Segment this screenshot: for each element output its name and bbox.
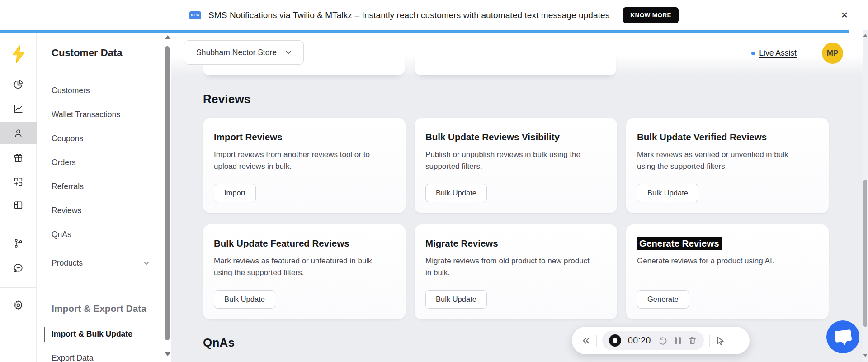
gear-icon[interactable] [0, 294, 37, 316]
announcement-text: SMS Notifications via Twilio & MTalkz – … [208, 10, 609, 20]
accent-line [0, 30, 849, 33]
card-description: Publish or unpublish reviews in bulk usi… [425, 149, 604, 172]
icon-rail [0, 33, 37, 362]
sidebar-item-customers[interactable]: Customers [37, 79, 164, 103]
close-icon[interactable]: ✕ [839, 10, 850, 21]
rail-divider [0, 226, 37, 226]
git-branch-icon[interactable] [0, 232, 37, 254]
scroll-down-arrow[interactable] [165, 352, 171, 356]
qnas-section-title: QnAs [203, 336, 235, 350]
sidebar-item-label: Reviews [52, 206, 81, 215]
pie-chart-icon[interactable] [0, 73, 37, 95]
import-button[interactable]: Import [214, 184, 256, 202]
know-more-button[interactable]: KNOW MORE [623, 7, 679, 23]
delete-recording-icon[interactable] [688, 336, 697, 345]
apps-icon[interactable] [0, 170, 37, 193]
chat-widget-button[interactable] [826, 320, 859, 353]
sidebar-item-import-bulk-update[interactable]: Import & Bulk Update [37, 322, 164, 346]
sidebar-item-label: Products [52, 258, 83, 268]
divider [37, 72, 164, 72]
cursor-tool-icon[interactable] [715, 336, 725, 346]
card-description: Mark reviews as featured or unfeatured i… [214, 255, 392, 279]
sidebar-scrollbar [164, 33, 171, 362]
store-selector-value: Shubham Nector Store [196, 48, 277, 57]
sidebar: Customer Data Customers Wallet Transacti… [37, 33, 164, 362]
sidebar-section-title: Customer Data [52, 47, 122, 59]
live-assist-link[interactable]: Live Assist [751, 48, 797, 58]
sidebar-item-qnas[interactable]: QnAs [37, 223, 164, 247]
sidebar-item-label: Import & Bulk Update [52, 329, 132, 339]
scroll-up-arrow[interactable] [165, 35, 171, 39]
sidebar-footer-title: Import & Export Data [52, 303, 146, 314]
new-badge-icon: NEW [189, 11, 201, 19]
bulk-update-button[interactable]: Bulk Update [425, 184, 487, 202]
main-content: Shubham Nector Store Live Assist MP Revi… [171, 33, 863, 362]
line-chart-icon[interactable] [0, 97, 37, 120]
user-avatar[interactable]: MP [822, 43, 843, 64]
bulk-update-button[interactable]: Bulk Update [637, 184, 698, 202]
card-migrate-reviews: Migrate Reviews Migrate reviews from old… [415, 224, 617, 319]
card-bulk-update-verified-reviews: Bulk Update Verified Reviews Mark review… [626, 118, 829, 213]
generate-button[interactable]: Generate [637, 290, 689, 309]
announcement-banner: NEW SMS Notifications via Twilio & MTalk… [0, 0, 868, 30]
stop-recording-button[interactable] [609, 334, 621, 347]
person-icon[interactable] [0, 122, 37, 144]
sidebar-item-orders[interactable]: Orders [37, 151, 164, 175]
card-title: Bulk Update Verified Reviews [637, 132, 815, 143]
store-selector-dropdown[interactable]: Shubham Nector Store [184, 40, 304, 65]
status-dot-icon [751, 52, 755, 55]
collapse-toolbar-icon[interactable] [581, 336, 591, 346]
reviews-section-title: Reviews [203, 92, 250, 106]
scroll-down-arrow[interactable] [863, 354, 868, 357]
recorder-toolbar: 00:20 [572, 327, 750, 354]
partial-card [415, 48, 616, 75]
sidebar-item-label: Customers [52, 86, 90, 95]
card-title: Bulk Update Featured Reviews [214, 238, 392, 249]
divider [596, 335, 597, 347]
sidebar-item-label: Coupons [52, 134, 83, 143]
chat-icon[interactable] [0, 257, 37, 279]
layout-icon[interactable] [0, 194, 37, 216]
window-scrollbar [863, 30, 868, 362]
sidebar-item-label: Orders [52, 158, 75, 167]
sidebar-item-label: Wallet Transactions [52, 110, 120, 119]
card-title: Import Reviews [214, 132, 392, 143]
recorder-controls: 00:20 [602, 331, 704, 350]
card-generate-reviews: Generate Reviews Generate reviews for a … [626, 224, 829, 319]
sidebar-item-label: Export Data [52, 353, 93, 362]
sidebar-item-referrals[interactable]: Referrals [37, 175, 164, 199]
card-title: Generate Reviews [637, 238, 815, 249]
chat-bubble-icon [835, 329, 852, 343]
sidebar-item-coupons[interactable]: Coupons [37, 127, 164, 151]
card-description: Import reviews from another reviews tool… [214, 149, 392, 172]
divider [709, 335, 710, 347]
lightning-bolt-icon [9, 44, 28, 64]
card-bulk-update-reviews-visibility: Bulk Update Reviews Visibility Publish o… [415, 118, 617, 213]
scrollbar-thumb[interactable] [165, 46, 170, 340]
card-title: Bulk Update Reviews Visibility [425, 132, 604, 143]
sidebar-item-products[interactable]: Products [37, 251, 164, 275]
bulk-update-button[interactable]: Bulk Update [214, 290, 275, 309]
card-bulk-update-featured-reviews: Bulk Update Featured Reviews Mark review… [203, 224, 406, 319]
app-logo[interactable] [0, 44, 37, 64]
card-title: Migrate Reviews [425, 238, 604, 249]
card-import-reviews: Import Reviews Import reviews from anoth… [203, 118, 406, 213]
chevron-down-icon [143, 260, 150, 267]
sidebar-item-label: QnAs [52, 230, 71, 239]
card-description: Generate reviews for a product using AI. [637, 255, 815, 267]
restart-recording-icon[interactable] [658, 335, 668, 346]
sidebar-item-wallet-transactions[interactable]: Wallet Transactions [37, 103, 164, 127]
recording-timer: 00:20 [628, 335, 651, 346]
scroll-up-arrow[interactable] [863, 34, 868, 37]
card-description: Mark reviews as verified or unverified i… [637, 149, 815, 172]
gift-icon[interactable] [0, 146, 37, 169]
scrollbar-thumb[interactable] [863, 180, 867, 327]
sidebar-item-reviews[interactable]: Reviews [37, 199, 164, 223]
pause-recording-icon[interactable] [675, 337, 681, 344]
chevron-down-icon [284, 48, 292, 57]
bulk-update-button[interactable]: Bulk Update [425, 290, 487, 309]
live-assist-label: Live Assist [759, 48, 797, 58]
sidebar-item-label: Referrals [52, 182, 84, 191]
rail-divider [0, 287, 37, 288]
sidebar-item-export-data[interactable]: Export Data [37, 346, 164, 362]
